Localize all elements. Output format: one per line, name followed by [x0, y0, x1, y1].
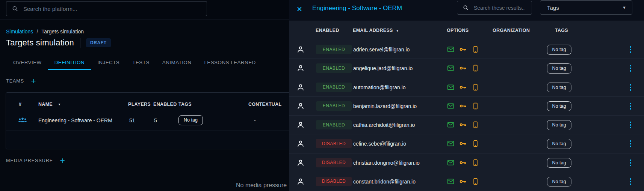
- tab-lessons-learned[interactable]: LESSONS LEARNED: [198, 55, 262, 70]
- teams-section-header: TEAMS +: [6, 75, 39, 87]
- key-pgp-icon: [459, 45, 467, 53]
- tab-overview[interactable]: OVERVIEW: [7, 55, 48, 70]
- page-title: Targets simulation: [6, 38, 74, 48]
- person-icon: [296, 83, 305, 92]
- phone-icon: [472, 64, 479, 72]
- platform-search-input[interactable]: [23, 5, 201, 12]
- results-search[interactable]: [457, 1, 532, 15]
- player-tag-cell: No tag: [547, 120, 571, 130]
- no-tag-chip: No tag: [547, 83, 571, 93]
- players-header-enabled: ENABLED: [316, 21, 339, 40]
- player-tag-cell: No tag: [547, 63, 571, 74]
- person-icon: [296, 102, 305, 111]
- platform-search[interactable]: [6, 1, 207, 16]
- search-icon: [12, 5, 18, 12]
- player-menu-button[interactable]: [625, 62, 636, 74]
- key-pgp-icon: [459, 177, 467, 185]
- player-email: adrien.servel@filigran.io: [353, 40, 410, 59]
- sort-desc-icon: ▼: [396, 29, 399, 33]
- player-options: [447, 177, 479, 185]
- players-table-header: ENABLED EMAIL ADDRESS▼ OPTIONS ORGANIZAT…: [289, 21, 644, 40]
- email-enabled-icon: [447, 64, 455, 72]
- team-players-count: 51: [129, 117, 135, 123]
- key-pgp-icon: [459, 140, 467, 147]
- drawer-header: ✕ Engineering - Software - OERM Tags ▼: [289, 0, 644, 21]
- teams-header-name-label: NAME: [38, 102, 53, 107]
- player-tag-cell: No tag: [547, 45, 571, 55]
- chevron-down-icon: ▼: [622, 5, 632, 10]
- no-tag-chip: No tag: [547, 139, 571, 149]
- player-options: [447, 83, 479, 91]
- person-icon: [296, 45, 305, 54]
- player-email: cathia.archidoit@filigran.io: [353, 116, 415, 134]
- player-tag-cell: No tag: [547, 139, 571, 149]
- phone-icon: [472, 177, 479, 185]
- tab-animation[interactable]: ANIMATION: [156, 55, 198, 70]
- player-row[interactable]: ENABLED cathia.archidoit@filigran.io No …: [289, 116, 644, 134]
- team-name[interactable]: Engineering - Software - OERM: [38, 117, 112, 123]
- player-email: automation@filigran.io: [353, 78, 406, 97]
- player-status-chip: ENABLED: [316, 101, 352, 111]
- player-status-chip: DISABLED: [316, 139, 352, 148]
- player-menu-button[interactable]: [625, 100, 636, 112]
- teams-header-tags: TAGS: [178, 102, 192, 107]
- team-contextual-value: -: [254, 117, 256, 123]
- teams-header-name[interactable]: NAME ▼: [38, 102, 61, 107]
- breadcrumb-separator: /: [36, 29, 38, 35]
- no-tag-chip: No tag: [547, 45, 571, 55]
- no-tag-chip: No tag: [547, 101, 571, 111]
- team-group-icon: [18, 115, 27, 126]
- player-menu-button[interactable]: [625, 157, 636, 169]
- key-pgp-icon: [459, 102, 467, 110]
- breadcrumb-simulations-link[interactable]: Simulations: [6, 29, 33, 35]
- tags-filter-label: Tags: [540, 5, 622, 11]
- tab-tests[interactable]: TESTS: [126, 55, 156, 70]
- table-row-divider: [6, 131, 289, 131]
- player-menu-button[interactable]: [625, 176, 636, 188]
- players-header-organization: ORGANIZATION: [493, 21, 530, 40]
- player-tag-cell: No tag: [547, 101, 571, 111]
- players-header-email[interactable]: EMAIL ADDRESS▼: [353, 21, 399, 40]
- no-tag-chip: No tag: [547, 63, 571, 74]
- results-search-input[interactable]: [473, 5, 526, 11]
- no-tag-chip: No tag: [547, 177, 571, 187]
- phone-icon: [472, 121, 479, 129]
- close-drawer-button[interactable]: ✕: [293, 2, 306, 16]
- drawer-title: Engineering - Software - OERM: [312, 0, 402, 17]
- player-menu-button[interactable]: [625, 119, 636, 131]
- person-icon: [296, 139, 305, 148]
- player-options: [447, 121, 479, 129]
- player-row[interactable]: ENABLED benjamin.lazard@filigran.io No t…: [289, 97, 644, 116]
- tab-definition[interactable]: DEFINITION: [48, 55, 91, 70]
- breadcrumb: Simulations / Targets simulation: [6, 29, 84, 35]
- player-menu-button[interactable]: [625, 81, 636, 93]
- add-media-pressure-button[interactable]: +: [57, 155, 68, 166]
- tab-injects[interactable]: INJECTS: [91, 55, 126, 70]
- team-tag-cell: No tag: [178, 115, 203, 125]
- email-enabled-icon: [447, 45, 455, 53]
- player-menu-button[interactable]: [625, 44, 636, 56]
- player-row[interactable]: DISABLED celine.sebe@filigran.io No tag: [289, 134, 644, 153]
- player-status-chip: ENABLED: [316, 83, 352, 92]
- add-team-button[interactable]: +: [28, 75, 39, 87]
- email-enabled-icon: [447, 121, 455, 129]
- email-enabled-icon: [447, 177, 455, 185]
- person-icon: [296, 120, 305, 129]
- player-row[interactable]: DISABLED constant.bridon@filigran.io No …: [289, 172, 644, 191]
- player-row[interactable]: ENABLED angelique.jard@filigran.io No ta…: [289, 59, 644, 78]
- teams-table: # NAME ▼ PLAYERS ENABLED TAGS CONTEXTUAL: [6, 92, 289, 149]
- player-row[interactable]: ENABLED adrien.servel@filigran.io No tag: [289, 40, 644, 59]
- player-status-chip: ENABLED: [316, 45, 352, 54]
- player-menu-button[interactable]: [625, 138, 636, 150]
- player-row[interactable]: ENABLED automation@filigran.io No tag: [289, 78, 644, 97]
- tags-filter-select[interactable]: Tags ▼: [540, 0, 632, 15]
- phone-icon: [472, 83, 479, 91]
- teams-header-players: PLAYERS: [128, 102, 151, 107]
- players-header-email-label: EMAIL ADDRESS: [353, 28, 393, 33]
- player-email: angelique.jard@filigran.io: [353, 59, 413, 78]
- player-options: [447, 64, 479, 72]
- person-icon: [296, 177, 305, 186]
- key-pgp-icon: [459, 64, 467, 72]
- team-players-drawer: ✕ Engineering - Software - OERM Tags ▼ E…: [289, 0, 644, 191]
- player-row[interactable]: DISABLED christian.dongmo@filigran.io No…: [289, 153, 644, 172]
